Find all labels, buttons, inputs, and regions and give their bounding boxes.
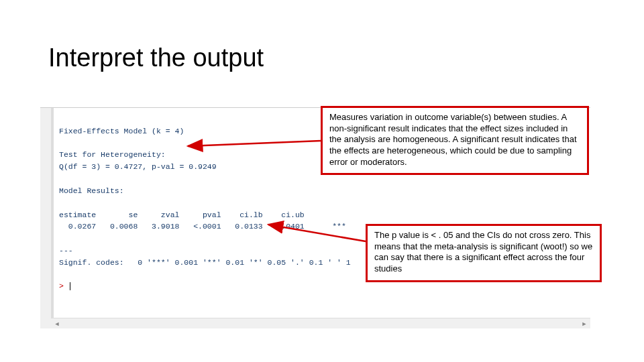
console-line: ---	[59, 246, 73, 255]
callout-significance: The p value is < . 05 and the CIs do not…	[366, 224, 602, 282]
console-prompt[interactable]: >	[59, 282, 68, 290]
console-line: Q(df = 3) = 0.4727, p-val = 0.9249	[59, 162, 217, 171]
callout-heterogeneity: Measures variation in outcome variable(s…	[321, 106, 589, 175]
chevron-left-icon[interactable]: ◄	[52, 320, 62, 328]
console-line: Test for Heterogeneity:	[59, 150, 166, 159]
cursor-icon	[70, 282, 70, 290]
horizontal-scrollbar[interactable]: ◄ ►	[51, 318, 590, 328]
page-title: Interpret the output	[48, 44, 264, 72]
console-line: Signif. codes: 0 '***' 0.001 '**' 0.01 '…	[59, 258, 351, 267]
console-line: 0.0267 0.0068 3.9018 <.0001 0.0133 0.040…	[59, 222, 351, 231]
console-line: Model Results:	[59, 186, 124, 195]
console-line: Fixed-Effects Model (k = 4)	[59, 127, 184, 135]
chevron-right-icon[interactable]: ►	[580, 320, 589, 328]
console-line: estimate se zval pval ci.lb ci.ub	[59, 210, 351, 219]
